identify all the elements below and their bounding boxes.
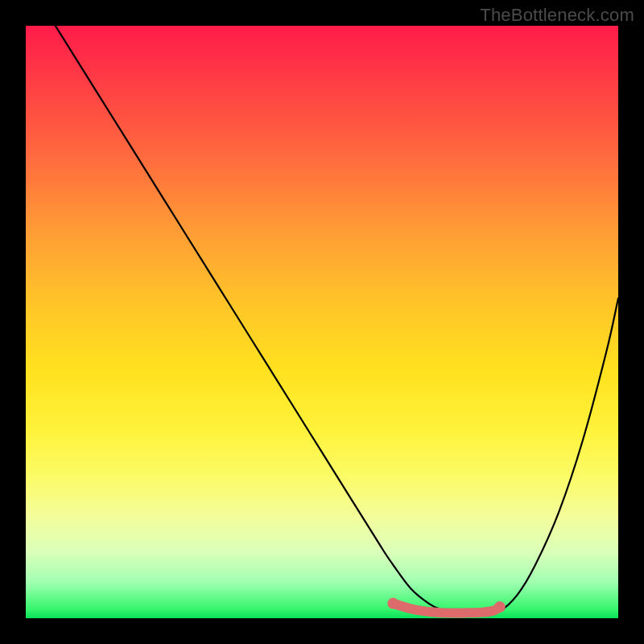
bottleneck-curve [56,26,618,616]
plot-area [26,26,618,618]
marker-endpoint-right [494,601,506,613]
watermark-text: TheBottleneck.com [480,5,634,26]
optimal-range-marker [393,604,499,613]
curve-layer [26,26,618,618]
marker-endpoint-left [387,598,398,609]
chart-frame: TheBottleneck.com [0,0,644,644]
